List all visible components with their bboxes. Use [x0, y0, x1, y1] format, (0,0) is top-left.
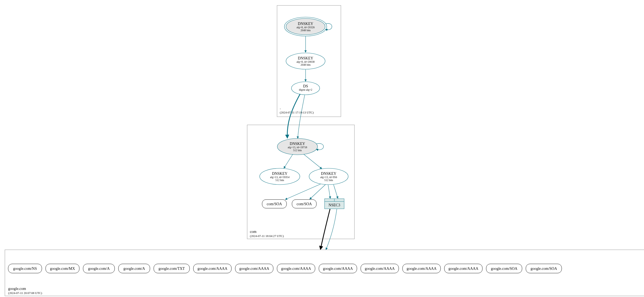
google-rrset: google.com/A: [118, 264, 150, 273]
com-ksk-alg: alg=13, id=19718: [288, 146, 307, 149]
google-rrset-label: google.com/AAAA: [197, 267, 228, 271]
root-ksk-title: DNSKEY: [298, 22, 313, 26]
google-rrset-label: google.com/A: [123, 267, 145, 271]
google-rrset: google.com/AAAA: [235, 264, 273, 273]
com-ksk-bits: 512 bits: [293, 149, 302, 152]
google-rrset: google.com/AAAA: [444, 264, 482, 273]
zone-com: com (2024-07-11 18:04:27 UTC) DNSKEY alg…: [247, 94, 354, 239]
edge-zskb-to-soa-a: [285, 184, 321, 200]
zone-root-timestamp: (2024-07-11 17:19:13 UTC): [280, 111, 314, 114]
com-zsk-b-alg: alg=13, id=956: [320, 176, 337, 179]
google-rrset: google.com/MX: [46, 264, 79, 273]
google-rrset-label: google.com/AAAA: [323, 267, 353, 271]
com-zsk-b-node: DNSKEY alg=13, id=956 512 bits: [309, 168, 348, 185]
zone-root-name: .: [280, 106, 281, 110]
root-ksk-bits: 2048 bits: [301, 29, 311, 32]
com-soa-b-node: com/SOA: [292, 200, 316, 208]
google-rrset: google.com/SOA: [486, 264, 522, 273]
google-rrset-label: google.com/NS: [13, 267, 37, 271]
zone-google: google.com (2024-07-11 20:07:08 UTC) goo…: [5, 209, 644, 296]
root-zsk-alg: alg=8, id=20038: [297, 60, 315, 63]
edge-zskb-to-nsec3-2: [334, 185, 338, 198]
com-nsec3-label: NSEC3: [329, 203, 340, 207]
google-rrset: google.com/AAAA: [403, 264, 441, 273]
edge-ds-to-com-ksk-thick: [287, 94, 300, 138]
root-ds-node: DS digest alg=2: [291, 82, 320, 95]
google-rrset-label: google.com/A: [88, 267, 110, 271]
root-ds-alg: digest alg=2: [299, 88, 312, 91]
com-zsk-a-node: DNSKEY alg=13, id=59354 512 bits: [260, 168, 300, 185]
com-zsk-a-alg: alg=13, id=59354: [270, 176, 289, 179]
zone-com-timestamp: (2024-07-11 18:04:27 UTC): [250, 234, 284, 238]
com-zsk-a-title: DNSKEY: [272, 172, 288, 176]
google-rrset: google.com/AAAA: [361, 264, 399, 273]
com-soa-a-label: com/SOA: [267, 202, 282, 206]
edge-com-ksk-to-zsk-b: [304, 154, 322, 169]
com-ksk-title: DNSKEY: [290, 142, 305, 146]
root-zsk-node: DNSKEY alg=8, id=20038 2048 bits: [286, 53, 325, 69]
root-ds-title: DS: [303, 84, 308, 88]
google-rrset: google.com/AAAA: [277, 264, 315, 273]
google-rrset: google.com/AAAA: [319, 264, 357, 273]
google-rrset-label: google.com/AAAA: [448, 267, 479, 271]
google-rrset: google.com/NS: [8, 264, 42, 273]
com-zsk-b-title: DNSKEY: [321, 172, 337, 176]
zone-google-name: google.com: [8, 287, 26, 291]
com-ksk-node: DNSKEY alg=13, id=19718 512 bits: [277, 138, 318, 155]
google-rrset-label: google.com/AAAA: [239, 267, 269, 271]
google-rrset-label: google.com/MX: [50, 267, 75, 271]
root-zsk-title: DNSKEY: [298, 56, 313, 60]
google-rrset-label: google.com/AAAA: [407, 267, 437, 271]
edge-zskb-to-nsec3-1: [328, 185, 330, 198]
root-zsk-bits: 2048 bits: [301, 63, 311, 66]
google-rrset: google.com/TXT: [154, 264, 190, 273]
com-zsk-b-bits: 512 bits: [324, 179, 333, 182]
edge-com-ksk-to-zsk-a: [284, 154, 293, 168]
edge-zskb-to-soa-b: [310, 185, 325, 199]
zone-google-timestamp: (2024-07-11 20:07:08 UTC): [8, 291, 42, 295]
google-rrset-label: google.com/SOA: [491, 267, 517, 271]
com-nsec3-node: NSEC3: [325, 199, 344, 209]
google-rrset: google.com/SOA: [526, 264, 562, 273]
google-rrset-label: google.com/SOA: [530, 267, 557, 271]
com-zsk-a-bits: 512 bits: [275, 179, 284, 182]
root-ksk-node: DNSKEY alg=8, id=20326 2048 bits: [284, 17, 327, 36]
google-rrset-label: google.com/TXT: [159, 267, 185, 271]
google-rrset: google.com/A: [83, 264, 115, 273]
google-rrset-label: google.com/AAAA: [281, 267, 311, 271]
zone-com-name: com: [250, 230, 256, 234]
zone-root: . (2024-07-11 17:19:13 UTC) DNSKEY alg=8…: [277, 5, 341, 117]
edge-nsec3-to-google-teal: [326, 209, 337, 250]
google-rrset-label: google.com/AAAA: [365, 267, 395, 271]
google-rrset: google.com/AAAA: [193, 264, 231, 273]
root-ksk-alg: alg=8, id=20326: [297, 26, 315, 29]
com-soa-b-label: com/SOA: [297, 202, 312, 206]
com-soa-a-node: com/SOA: [262, 200, 287, 208]
